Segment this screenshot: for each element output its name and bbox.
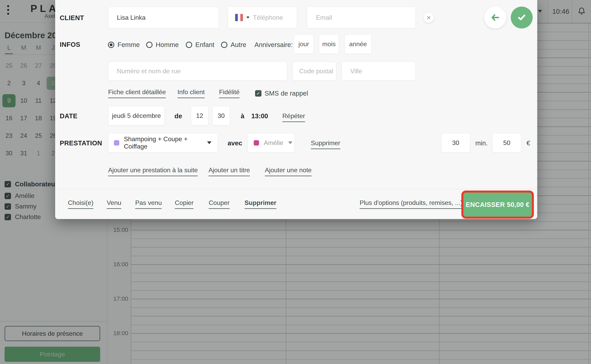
radio-icon[interactable] [108,42,114,48]
status-chosen-link[interactable]: Choisi(e) [68,199,93,209]
email-placeholder: Email [316,14,332,21]
france-flag-icon[interactable] [235,14,243,21]
add-prestation-link[interactable]: Ajouter une prestation à la suite [108,166,198,176]
clear-client-button[interactable]: ✕ [424,13,434,23]
birthday-day-input[interactable]: jour [294,34,314,54]
add-note-link[interactable]: Ajouter une note [265,166,312,176]
email-input[interactable]: Email [307,6,416,28]
delete-prestation-link[interactable]: Supprimer [311,139,340,149]
confirm-button[interactable] [511,6,533,28]
gender-radio-femme[interactable]: Femme [108,41,140,49]
birthday-label: Anniversaire: [254,41,293,49]
from-label: de [175,112,182,120]
back-button[interactable] [484,6,506,28]
gender-radio-enfant[interactable]: Enfant [186,41,214,49]
close-icon: ✕ [427,15,431,21]
client-detail-link[interactable]: Fiche client détaillée [108,88,166,98]
birthday-month-input[interactable]: mois [319,34,339,54]
chevron-down-icon [207,141,211,144]
staff-dropdown[interactable]: Amélie [247,133,295,153]
service-dropdown[interactable]: Shampoing + Coupe + Coiffage [108,133,218,153]
birthday-year-input[interactable]: année [344,34,371,54]
chevron-down-icon[interactable] [246,17,249,19]
date-section-label: DATE [60,112,78,120]
with-label: avec [227,139,242,147]
status-came-link[interactable]: Venu [107,199,121,209]
infos-section-label: INFOS [60,41,80,48]
client-name-value: Lisa Linka [117,14,146,21]
start-minute-input[interactable]: 30 [212,106,230,125]
checkout-button[interactable]: ENCAISSER 50,00 € [461,191,534,219]
radio-icon[interactable] [146,42,153,48]
more-options-link[interactable]: Plus d'options (produits, remises, ...) [360,199,462,209]
prestation-section-label: PRESTATION [60,139,102,147]
end-time-value: 13:00 [251,112,268,120]
gender-radio-autre[interactable]: Autre [221,41,246,49]
staff-color-swatch [254,140,259,146]
start-hour-input[interactable]: 12 [191,106,208,125]
duration-unit-label: min. [475,139,488,147]
add-title-link[interactable]: Ajouter un titre [208,166,250,176]
check-icon [518,14,526,21]
sms-checkbox[interactable]: ✓ [255,90,261,97]
staff-name: Amélie [264,139,283,147]
arrow-left-icon [491,14,500,21]
radio-icon[interactable] [186,42,192,48]
cut-link[interactable]: Couper [209,199,230,209]
sms-reminder-toggle[interactable]: ✓ SMS de rappel [255,90,308,97]
copy-link[interactable]: Copier [175,199,194,209]
client-section-label: CLIENT [60,14,84,22]
app-root: PLANITY Axel's 10:46 15:0016:0017:0018:0… [0,0,591,364]
to-label: à [241,112,244,120]
service-name: Shampoing + Coupe + Coiffage [124,135,202,150]
appointment-modal: CLIENT Lisa Linka Téléphone Email ✕ INFO… [55,0,537,219]
date-picker[interactable]: jeudi 5 décembre [108,106,165,125]
chevron-down-icon [288,141,292,144]
price-input[interactable]: 50 [492,133,521,153]
loyalty-link[interactable]: Fidélité [219,88,240,98]
duration-input[interactable]: 30 [441,133,470,153]
zip-input[interactable]: Code postal [292,62,337,81]
phone-placeholder: Téléphone [253,14,283,21]
repeat-link[interactable]: Répéter [282,112,305,122]
status-no-show-link[interactable]: Pas venu [135,199,162,209]
client-name-input[interactable]: Lisa Linka [108,6,219,28]
phone-input[interactable]: Téléphone [227,6,297,28]
client-info-link[interactable]: Info client [177,88,205,98]
city-input[interactable]: Ville [342,62,416,81]
currency-label: € [526,139,530,147]
radio-icon[interactable] [221,42,227,48]
service-color-swatch [114,140,119,146]
delete-appointment-link[interactable]: Supprimer [245,199,276,209]
gender-radio-homme[interactable]: Homme [146,41,179,49]
street-input[interactable]: Numéro et nom de rue [108,62,287,81]
